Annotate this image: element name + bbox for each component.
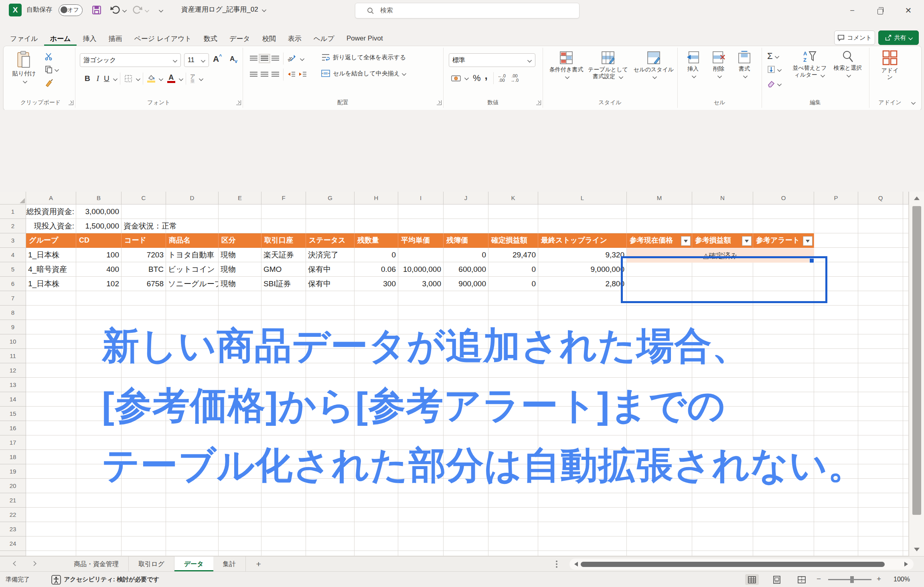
cell-x11[interactable] [903, 349, 909, 363]
cell-Q7[interactable] [858, 291, 903, 306]
col-header-Q[interactable]: Q [858, 192, 903, 204]
cell-C1[interactable] [122, 204, 166, 219]
cell-Q24[interactable] [858, 536, 903, 551]
cell-F5[interactable]: GMO [261, 262, 306, 277]
sheet-tab-tradelog[interactable]: 取引ログ [129, 557, 174, 572]
cell-A11[interactable] [26, 349, 76, 363]
row-header-8[interactable]: 8 [0, 306, 26, 320]
cell-L22[interactable] [538, 508, 627, 522]
accounting-chevron-icon[interactable] [464, 76, 469, 80]
sheet-tab-summary[interactable]: 集計 [213, 557, 246, 572]
cell-G2[interactable] [306, 219, 355, 233]
clipboard-dialog-launcher[interactable] [69, 100, 73, 105]
cell-G7[interactable] [306, 291, 355, 306]
undo-menu-chevron-icon[interactable] [122, 8, 127, 12]
cell-N21[interactable] [692, 493, 753, 508]
cell-O1[interactable] [753, 204, 814, 219]
cell-P1[interactable] [814, 204, 858, 219]
cell-H7[interactable] [355, 291, 398, 306]
col-header-D[interactable]: D [166, 192, 219, 204]
align-right-button[interactable] [272, 72, 279, 77]
cell-x14[interactable] [903, 392, 909, 407]
percent-button[interactable]: % [473, 73, 481, 83]
cell-A12[interactable] [26, 363, 76, 378]
zoom-slider-track[interactable] [828, 579, 871, 580]
cell-B21[interactable] [76, 493, 122, 508]
clear-button[interactable] [767, 80, 782, 88]
cell-I4[interactable] [398, 248, 444, 262]
cell-B22[interactable] [76, 508, 122, 522]
restore-button[interactable] [871, 3, 890, 18]
cell-x5[interactable] [903, 262, 909, 277]
italic-button[interactable]: I [97, 74, 99, 83]
horizontal-scroll-thumb[interactable] [581, 562, 885, 567]
cell-K24[interactable] [488, 536, 538, 551]
cell-x10[interactable] [903, 334, 909, 349]
cell-B5[interactable]: 400 [76, 262, 122, 277]
orientation-button[interactable]: ab [288, 55, 296, 63]
col-header-O[interactable]: O [753, 192, 814, 204]
cell-N24[interactable] [692, 536, 753, 551]
cell-F3[interactable]: 取引口座 [261, 233, 306, 248]
align-left-button[interactable] [250, 72, 257, 77]
cell-K4[interactable]: 29,470 [488, 248, 538, 262]
row-header-5[interactable]: 5 [0, 262, 26, 277]
cell-G23[interactable] [306, 522, 355, 536]
cell-O23[interactable] [753, 522, 814, 536]
accessibility-status[interactable]: アクセシビリティ: 検討が必要です [51, 575, 159, 585]
row-header-21[interactable]: 21 [0, 493, 26, 508]
cell-L23[interactable] [538, 522, 627, 536]
cell-J23[interactable] [444, 522, 488, 536]
cell-G6[interactable]: 保有中 [306, 277, 355, 291]
cell-A23[interactable] [26, 522, 76, 536]
cell-O21[interactable] [753, 493, 814, 508]
zoom-out-button[interactable]: − [817, 575, 821, 583]
row-header-16[interactable]: 16 [0, 421, 26, 435]
cell-I22[interactable] [398, 508, 444, 522]
cell-x24[interactable] [903, 536, 909, 551]
cell-J7[interactable] [444, 291, 488, 306]
cell-A8[interactable] [26, 306, 76, 320]
cell-A24[interactable] [26, 536, 76, 551]
cell-E1[interactable] [219, 204, 261, 219]
tab-insert[interactable]: 挿入 [77, 32, 102, 46]
cell-P2[interactable] [814, 219, 858, 233]
cell-H3[interactable]: 残数量 [355, 233, 398, 248]
cell-G5[interactable]: 保有中 [306, 262, 355, 277]
cell-F1[interactable] [261, 204, 306, 219]
cell-F23[interactable] [261, 522, 306, 536]
cell-A9[interactable] [26, 320, 76, 334]
tab-review[interactable]: 校閲 [256, 32, 282, 46]
page-layout-view-button[interactable] [770, 574, 784, 585]
cell-A13[interactable] [26, 378, 76, 392]
comma-style-button[interactable]: , [485, 69, 488, 82]
zoom-in-button[interactable]: + [877, 575, 881, 583]
cell-M22[interactable] [627, 508, 692, 522]
cell-E5[interactable]: 現物 [219, 262, 261, 277]
cell-H21[interactable] [355, 493, 398, 508]
row-header-24[interactable]: 24 [0, 536, 26, 551]
tab-formulas[interactable]: 数式 [198, 32, 223, 46]
format-cells-button[interactable]: 書式 [733, 51, 756, 79]
cell-D24[interactable] [166, 536, 219, 551]
cell-x16[interactable] [903, 421, 909, 435]
cell-x13[interactable] [903, 378, 909, 392]
align-middle-button[interactable] [261, 56, 268, 61]
find-select-button[interactable]: 検索と選択 [831, 50, 865, 78]
cell-G21[interactable] [306, 493, 355, 508]
cell-J1[interactable] [444, 204, 488, 219]
col-header-M[interactable]: M [627, 192, 692, 204]
cell-B24[interactable] [76, 536, 122, 551]
cell-H5[interactable]: 0.06 [355, 262, 398, 277]
cell-J2[interactable] [444, 219, 488, 233]
cell-H4[interactable]: 0 [355, 248, 398, 262]
cell-D5[interactable]: ビットコイン [166, 262, 219, 277]
col-header-F[interactable]: F [261, 192, 306, 204]
col-header-A[interactable]: A [26, 192, 76, 204]
cell-I3[interactable]: 平均単価 [398, 233, 444, 248]
copy-button[interactable] [45, 65, 59, 73]
cell-M24[interactable] [627, 536, 692, 551]
cell-H24[interactable] [355, 536, 398, 551]
cut-button[interactable] [45, 53, 53, 61]
cell-x6[interactable] [903, 277, 909, 291]
